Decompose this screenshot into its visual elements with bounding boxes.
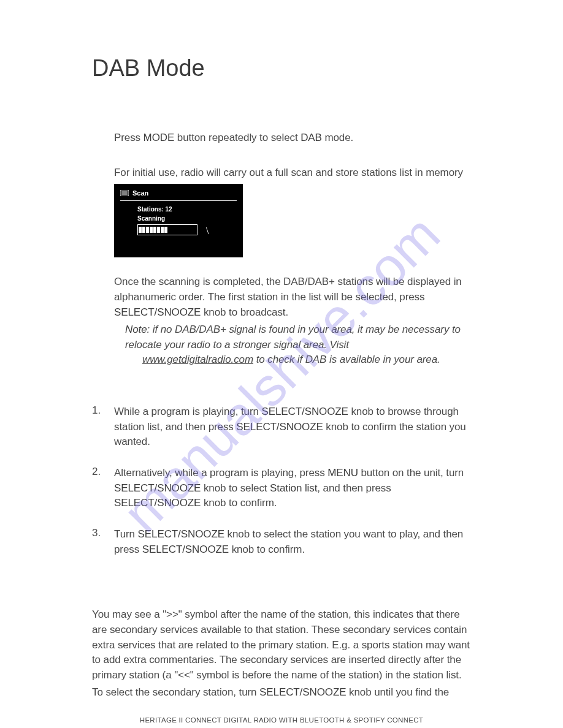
select-snooze-label: SELECT/SNOOZE <box>114 497 201 509</box>
step-2-text: Alternatively, while a program is playin… <box>114 466 471 511</box>
text: knob to confirm. <box>229 544 305 555</box>
page-title: DAB Mode <box>92 55 471 82</box>
text: knob to confirm. <box>201 497 277 509</box>
note-link[interactable]: www.getdigitalradio.com <box>142 354 253 365</box>
text: While a program is playing, turn <box>114 406 261 417</box>
text: knob to broadcast. <box>201 306 288 318</box>
dab-label: DAB <box>301 132 322 143</box>
select-snooze-label: SELECT/SNOOZE <box>138 528 224 540</box>
scan-body: Stations: 12 Scanning \ <box>114 201 243 235</box>
list-icon <box>120 188 129 199</box>
intro-line-2: For initial use, radio will carry out a … <box>114 165 471 181</box>
text: Once the scanning is completed, the DAB/… <box>114 276 462 303</box>
step-3-text: Turn SELECT/SNOOZE knob to select the st… <box>114 527 471 557</box>
step-number: 3. <box>92 527 114 559</box>
select-snooze-label: SELECT/SNOOZE <box>261 406 348 417</box>
progress-bar <box>137 224 197 235</box>
scanning-label: Scanning <box>137 215 243 222</box>
text: to check if DAB is available in your are… <box>253 354 440 365</box>
document-page: manualshive.com DAB Mode Press MODE butt… <box>0 0 563 728</box>
scan-title: Scan <box>132 189 148 197</box>
text: knob until you find the <box>346 686 449 698</box>
select-snooze-label: SELECT/SNOOZE <box>142 544 229 555</box>
cursor-icon: \ <box>206 226 209 237</box>
text: To select the secondary station, turn <box>92 686 259 698</box>
secondary-p1: You may see a ">>" symbol after the name… <box>92 607 471 683</box>
secondary-services-block: You may see a ">>" symbol after the name… <box>92 607 471 700</box>
select-snooze-label: SELECT/SNOOZE <box>236 421 323 433</box>
stations-count: Stations: 12 <box>137 206 243 213</box>
secondary-p2: To select the secondary station, turn SE… <box>92 685 471 700</box>
select-snooze-label: SELECT/SNOOZE <box>259 686 346 698</box>
page-footer: HERITAGE II CONNECT DIGITAL RADIO WITH B… <box>0 716 563 724</box>
text: button repeatedly to select <box>174 132 301 143</box>
menu-label: MENU <box>327 467 358 479</box>
after-scan-text: Once the scanning is completed, the DAB/… <box>114 275 471 320</box>
text: Turn <box>114 528 138 540</box>
select-snooze-label: SELECT/SNOOZE <box>114 306 201 318</box>
ordered-steps: 1. While a program is playing, turn SELE… <box>92 404 471 559</box>
select-snooze-label: SELECT/SNOOZE <box>114 482 201 494</box>
text: : if no DAB/DAB+ signal is found in your… <box>125 324 461 351</box>
step-1-text: While a program is playing, turn SELECT/… <box>114 404 471 450</box>
step-number: 1. <box>92 404 114 452</box>
text: , and then press <box>317 482 391 494</box>
text: button on the unit, turn <box>358 467 464 479</box>
intro-line-1: Press MODE button repeatedly to select D… <box>114 131 471 146</box>
scan-display: Scan Stations: 12 Scanning \ <box>114 184 243 257</box>
mode-label: MODE <box>144 132 175 143</box>
text: Alternatively, while a program is playin… <box>114 467 327 479</box>
station-list-label: Station list <box>270 482 317 494</box>
progress-row: \ <box>137 224 243 235</box>
text: knob to select <box>201 482 270 494</box>
step-1: 1. While a program is playing, turn SELE… <box>114 404 471 452</box>
note-label: Note <box>125 324 147 335</box>
intro-block: Press MODE button repeatedly to select D… <box>114 131 471 368</box>
note-block: Note: if no DAB/DAB+ signal is found in … <box>125 322 471 368</box>
note-continued: www.getdigitalradio.com to check if DAB … <box>142 352 471 368</box>
step-2: 2. Alternatively, while a program is pla… <box>114 466 471 514</box>
step-number: 2. <box>92 466 114 514</box>
text: mode. <box>322 132 353 143</box>
text: Press <box>114 132 144 143</box>
note-text: Note: if no DAB/DAB+ signal is found in … <box>125 322 471 352</box>
step-3: 3. Turn SELECT/SNOOZE knob to select the… <box>114 527 471 559</box>
scan-header: Scan <box>114 184 243 200</box>
